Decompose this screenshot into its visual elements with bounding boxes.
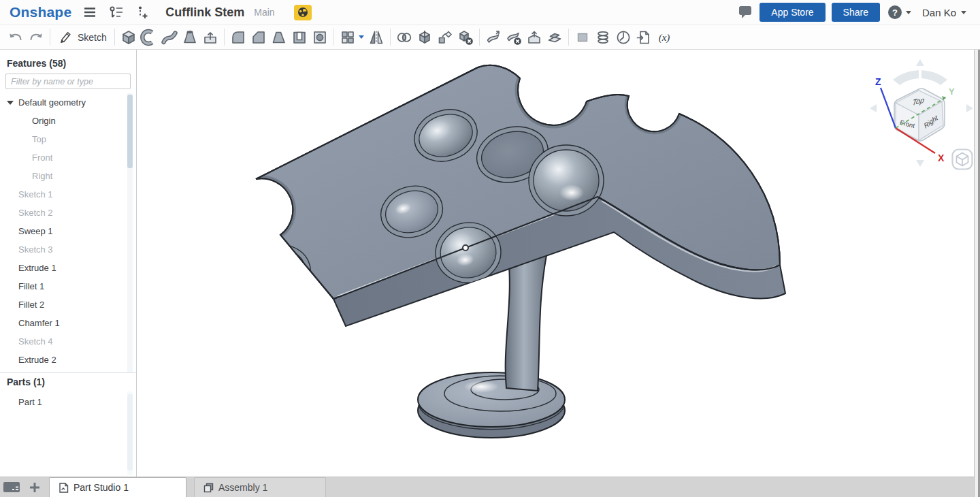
delete-face-button[interactable] (504, 27, 524, 48)
features-panel-title: Features (58) (0, 50, 136, 69)
part-studio-icon (58, 482, 69, 494)
chevron-down-icon (961, 11, 966, 14)
redo-button[interactable] (26, 27, 46, 48)
loft-button[interactable] (180, 27, 200, 48)
isometric-view-button[interactable] (951, 148, 973, 170)
model-viewport[interactable]: Top Front Right Z X Y (137, 50, 980, 477)
feature-item-origin[interactable]: Origin (0, 112, 136, 130)
help-menu[interactable]: ? (888, 5, 911, 19)
feature-item-extrude1[interactable]: Extrude 1 (0, 259, 136, 277)
share-button[interactable]: Share (832, 3, 880, 22)
tab-label: Part Studio 1 (74, 482, 129, 493)
mirror-button[interactable] (366, 27, 387, 48)
feature-item-extrude2[interactable]: Extrude 2 (0, 351, 136, 369)
feature-item-sweep1[interactable]: Sweep 1 (0, 222, 136, 240)
feature-item-default-geometry[interactable]: Default geometry (0, 93, 136, 112)
app-store-button[interactable]: App Store (760, 3, 825, 22)
cufflink-stem-post[interactable] (506, 255, 546, 391)
undo-button[interactable] (5, 27, 26, 48)
transform-icon (436, 29, 454, 46)
part-3d-model[interactable] (137, 50, 975, 477)
versions-history-button[interactable] (108, 5, 125, 20)
derived-icon (635, 29, 653, 46)
move-face-icon (485, 29, 502, 46)
shell-button[interactable] (289, 27, 310, 48)
clock-button[interactable] (613, 27, 634, 48)
features-scrollbar[interactable] (127, 93, 133, 372)
add-tab-button[interactable] (23, 478, 46, 497)
sweep-button[interactable] (159, 27, 180, 48)
move-face-button[interactable] (483, 27, 504, 48)
feature-item-chamfer1[interactable]: Chamfer 1 (0, 314, 136, 332)
plus-icon (29, 481, 41, 494)
replace-face-icon (525, 29, 543, 46)
chamfer-button[interactable] (248, 27, 269, 48)
delete-part-button[interactable] (455, 27, 476, 48)
parts-scrollbar[interactable] (127, 391, 133, 475)
revolve-button[interactable] (139, 27, 159, 48)
chevron-down-icon[interactable] (7, 101, 14, 105)
boolean-button[interactable] (394, 27, 414, 48)
onshape-logo[interactable]: Onshape (10, 4, 71, 20)
mirror-icon (368, 29, 385, 46)
window-scrollbar[interactable] (974, 50, 980, 497)
part-item-part1[interactable]: Part 1 (0, 393, 136, 411)
offset-surface-button[interactable] (544, 27, 565, 48)
workspace-name[interactable]: Main (254, 7, 274, 18)
feature-item-right-plane[interactable]: Right (0, 167, 136, 185)
variable-button[interactable]: (x) (654, 27, 674, 48)
feature-item-sketch4[interactable]: Sketch 4 (0, 332, 136, 351)
tab-manager-button[interactable] (0, 478, 23, 497)
user-name: Dan Ko (922, 7, 956, 18)
comments-button[interactable] (737, 4, 753, 20)
hole-icon (311, 29, 329, 46)
draft-button[interactable] (269, 27, 289, 48)
replace-face-button[interactable] (524, 27, 544, 48)
filter-input[interactable] (5, 74, 131, 89)
user-menu[interactable]: Dan Ko (922, 7, 976, 18)
clock-icon (615, 29, 632, 46)
feature-item-fillet2[interactable]: Fillet 2 (0, 295, 136, 314)
feature-item-sketch3[interactable]: Sketch 3 (0, 240, 136, 259)
feature-item-front-plane[interactable]: Front (0, 148, 136, 167)
linear-pattern-icon (339, 29, 357, 46)
globe-icon (297, 6, 309, 18)
hole-button[interactable] (310, 27, 330, 48)
feature-item-fillet1[interactable]: Fillet 1 (0, 277, 136, 295)
feature-item-top-plane[interactable]: Top (0, 130, 136, 148)
extrude-button[interactable] (118, 27, 139, 48)
help-icon: ? (888, 5, 902, 19)
cufflink-base[interactable] (418, 372, 565, 438)
delete-face-icon (505, 29, 523, 46)
chamfer-icon (250, 29, 267, 46)
helix-button[interactable] (593, 27, 613, 48)
draft-icon (270, 29, 288, 46)
main-menu-button[interactable] (82, 5, 97, 20)
y-axis-label: Y (949, 86, 955, 97)
features-scrollbar-thumb[interactable] (127, 95, 133, 168)
insert-element-button[interactable] (135, 5, 150, 20)
fillet-icon (229, 29, 247, 46)
public-document-badge[interactable] (294, 5, 312, 20)
delete-part-icon (457, 29, 474, 46)
thicken-button[interactable] (200, 27, 220, 48)
transform-button[interactable] (435, 27, 455, 48)
boolean-icon (395, 29, 413, 46)
view-cube-body[interactable]: Top Front Right (894, 89, 945, 141)
parts-scrollbar-thumb[interactable] (127, 394, 133, 470)
tab-part-studio-1[interactable]: Part Studio 1 (49, 477, 186, 497)
sketch-button[interactable]: Sketch (54, 27, 111, 48)
linear-pattern-button[interactable] (338, 27, 366, 48)
edge-midpoint-vertex[interactable] (463, 245, 468, 251)
feature-item-sketch2[interactable]: Sketch 2 (0, 204, 136, 222)
sweep-icon (161, 29, 178, 46)
document-title[interactable]: Cufflink Stem (165, 5, 244, 20)
redo-icon (27, 29, 45, 46)
cube-icon (957, 153, 968, 166)
tab-assembly-1[interactable]: Assembly 1 (194, 477, 326, 497)
fillet-button[interactable] (228, 27, 248, 48)
derived-button[interactable] (634, 27, 654, 48)
split-button[interactable] (414, 27, 435, 48)
plane-button[interactable] (572, 27, 593, 48)
feature-item-sketch1[interactable]: Sketch 1 (0, 185, 136, 204)
